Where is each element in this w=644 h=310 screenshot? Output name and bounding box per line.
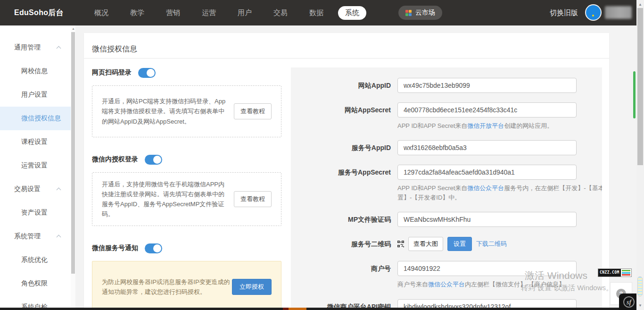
wechat-inapp-login-label: 微信内授权登录 [92, 155, 138, 164]
form-row-mp-appid: 服务号AppID [291, 140, 602, 155]
form-row-merchant-id: 商户号 商户号来自微信公众平台内左侧栏【微信支付】-【商户信息】 [291, 261, 602, 289]
service-account-notify-toggle[interactable] [145, 243, 162, 253]
service-account-notify-row: 微信服务号通知 [92, 243, 285, 253]
page-title: 微信授权信息 [92, 44, 137, 54]
cnzz-stats-badge[interactable]: CNZZ.COM [598, 268, 632, 277]
nav-item-teaching[interactable]: 教学 [119, 8, 155, 17]
content-card: 微信授权信息 网页扫码登录 开通后，网站PC端将支持微信扫码登录、App端将支持… [84, 33, 609, 310]
form-row-site-appsecret: 网站AppSecret APP ID和APP Secret来自微信开放平台创建的… [291, 102, 602, 131]
open-platform-link[interactable]: 微信开放平台 [467, 122, 504, 129]
divider [84, 58, 609, 59]
service-account-notify-label: 微信服务号通知 [92, 244, 138, 252]
site-appsecret-input[interactable] [397, 102, 577, 117]
nav-item-overview[interactable]: 概况 [83, 8, 119, 17]
chevron-up-icon [57, 46, 61, 51]
sidebar-item-user-settings[interactable]: 用户设置 [0, 83, 71, 107]
scroll-down-icon[interactable]: ▼ [638, 303, 642, 308]
qrcode-label: 服务号二维码 [291, 236, 391, 251]
mp-appid-input[interactable] [397, 140, 577, 155]
mp-appid-label: 服务号AppID [291, 140, 391, 155]
view-tutorial-button[interactable]: 查看教程 [234, 191, 272, 207]
sidebar-item-trade-settings[interactable]: 交易设置 [0, 177, 71, 201]
chevron-up-icon [57, 235, 61, 240]
merchant-id-help: 商户号来自微信公众平台内左侧栏【微信支付】-【商户信息】 [397, 280, 602, 289]
wechat-form-panel: 网站AppID 网站AppSecret APP ID和APP Secret来自微… [291, 67, 602, 310]
username-blurred[interactable] [605, 6, 632, 19]
nav-item-data[interactable]: 数据 [298, 8, 334, 17]
debug-toolbar-strip [0, 308, 644, 310]
wechat-inapp-login-row: 微信内授权登录 [92, 154, 285, 165]
main-nav: 概况 教学 营销 运营 用户 交易 数据 系统 [83, 0, 370, 25]
mp-appsecret-help: APP ID和APP Secret来自微信公众平台服务号内，在左侧栏【开发】-【… [397, 184, 602, 202]
sidebar-item-operation-settings[interactable]: 运营设置 [0, 154, 71, 177]
mp-file-code-input[interactable] [397, 212, 577, 227]
chevron-up-icon [57, 188, 61, 193]
avatar[interactable] [586, 5, 601, 20]
green-side-tab[interactable] [633, 71, 636, 118]
sidebar-item-wechat-auth-info[interactable]: 微信授权信息 [0, 107, 71, 130]
site-appsecret-help: APP ID和APP Secret来自微信开放平台创建的网站应用。 [397, 121, 602, 131]
authorize-warning-text: 为防止网校服务器IP或消息服务器IP变更造成的通知功能异常，建议您进行扫码授权。 [102, 277, 230, 297]
symfony-debug-badge[interactable]: sf [619, 293, 639, 310]
sidebar-item-general-management[interactable]: 通用管理 [0, 36, 71, 59]
cnzz-label: CNZZ.COM [598, 269, 621, 276]
debug-strip-segment [283, 308, 289, 310]
switch-old-version-link[interactable]: 切换旧版 [550, 8, 578, 17]
brand-logo[interactable]: EduSoho后台 [14, 8, 64, 18]
wechat-inapp-login-toggle[interactable] [145, 155, 162, 165]
sidebar-scrollbar[interactable]: ▲ [71, 25, 75, 310]
cnzz-stripes-icon [621, 269, 631, 276]
symfony-logo-icon: sf [623, 296, 635, 308]
scroll-up-icon[interactable]: ▲ [638, 2, 642, 7]
page-scrollbar-thumb[interactable] [637, 8, 643, 165]
topbar: EduSoho后台 概况 教学 营销 运营 用户 交易 数据 系统 云市场 切换… [0, 0, 644, 25]
nav-item-trade[interactable]: 交易 [263, 8, 298, 17]
merchant-id-label: 商户号 [291, 261, 391, 276]
wechat-inapp-login-desc: 开通后，支持使用微信号在手机端微信APP内快捷注册或登录网站。请先填写右侧表单中… [102, 179, 230, 219]
sidebar: 通用管理 网校信息 用户设置 微信授权信息 课程设置 运营设置 交易设置 资产设… [0, 25, 75, 310]
sidebar-item-system-optimization[interactable]: 系统优化 [0, 248, 71, 272]
view-tutorial-button[interactable]: 查看教程 [234, 103, 272, 119]
web-qr-login-row: 网页扫码登录 [92, 67, 285, 78]
sidebar-item-school-info[interactable]: 网校信息 [0, 59, 71, 83]
debug-strip-segment [289, 308, 306, 310]
form-row-mp-file-code: MP文件验证码 [291, 212, 602, 227]
mp-platform-link[interactable]: 微信公众平台 [428, 281, 465, 288]
cloud-market-grid-icon [405, 10, 412, 16]
sidebar-item-asset-settings[interactable]: 资产设置 [0, 201, 71, 225]
form-row-qrcode: 服务号二维码 查看大图 设置 下载二维码 [291, 236, 602, 251]
web-qr-login-desc-box: 开通后，网站PC端将支持微信扫码登录、App端将支持微信授权登录。请先填写右侧表… [92, 85, 281, 137]
cloud-market-button[interactable]: 云市场 [398, 6, 442, 20]
avatar-dot [592, 15, 594, 17]
sidebar-menu: 通用管理 网校信息 用户设置 微信授权信息 课程设置 运营设置 交易设置 资产设… [0, 36, 71, 310]
nav-item-marketing[interactable]: 营销 [155, 8, 191, 17]
scroll-up-icon[interactable]: ▲ [72, 27, 75, 30]
mp-platform-link[interactable]: 微信公众平台 [467, 184, 504, 192]
authorize-warning-box: 为防止网校服务器IP或消息服务器IP变更造成的通知功能异常，建议您进行扫码授权。… [92, 261, 281, 310]
merchant-id-input[interactable] [397, 261, 577, 276]
nav-item-system-active[interactable]: 系统 [334, 6, 370, 20]
page-scrollbar[interactable]: ▲ ▼ [636, 0, 644, 310]
sidebar-item-role-permissions[interactable]: 角色权限 [0, 272, 71, 295]
scroll-indicator-widget[interactable] [637, 276, 643, 296]
mp-appsecret-input[interactable] [397, 165, 577, 180]
toggle-column: 网页扫码登录 开通后，网站PC端将支持微信扫码登录、App端将支持微信授权登录。… [92, 67, 285, 310]
view-large-qr-button[interactable]: 查看大图 [408, 237, 443, 251]
authorize-now-button[interactable]: 立即授权 [232, 279, 272, 295]
mp-file-code-label: MP文件验证码 [291, 212, 391, 227]
nav-item-users[interactable]: 用户 [227, 8, 263, 17]
wechat-inapp-login-desc-box: 开通后，支持使用微信号在手机端微信APP内快捷注册或登录网站。请先填写右侧表单中… [92, 172, 281, 226]
site-appid-input[interactable] [397, 78, 577, 93]
web-qr-login-label: 网页扫码登录 [92, 68, 132, 77]
set-qr-button[interactable]: 设置 [447, 237, 472, 251]
download-qr-link[interactable]: 下载二维码 [476, 240, 507, 248]
site-appid-label: 网站AppID [291, 78, 391, 93]
nav-item-operation[interactable]: 运营 [191, 8, 227, 17]
sidebar-item-course-settings[interactable]: 课程设置 [0, 130, 71, 154]
web-qr-login-toggle[interactable] [138, 68, 156, 78]
qr-thumbnail-icon[interactable] [397, 240, 404, 248]
form-row-site-appid: 网站AppID [291, 78, 602, 93]
site-appsecret-label: 网站AppSecret [291, 102, 391, 117]
sidebar-item-system-management[interactable]: 系统管理 [0, 225, 71, 248]
sidebar-scrollbar-thumb[interactable] [71, 32, 75, 274]
